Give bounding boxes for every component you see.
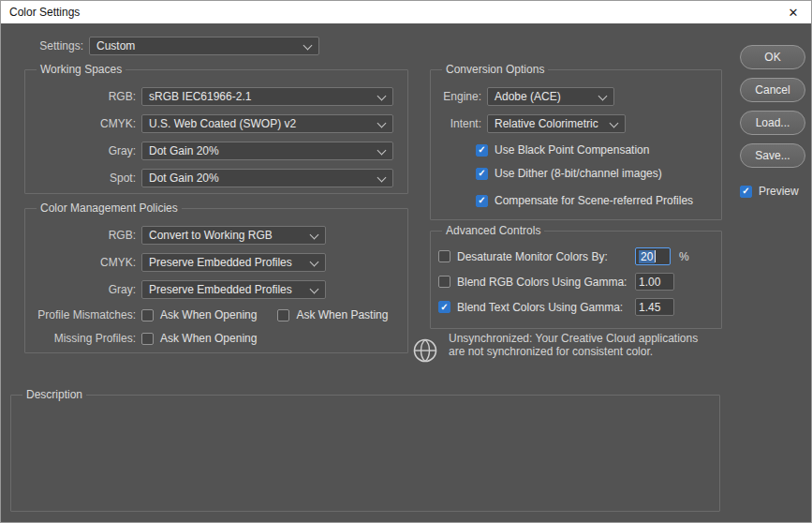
blend-rgb-input[interactable]: 1.00 [635, 273, 674, 291]
conversion-options-group: Conversion Options Engine: Adobe (ACE) I… [430, 63, 722, 220]
intent-label: Intent: [438, 117, 481, 130]
blend-rgb-checkbox[interactable] [438, 276, 450, 288]
desaturate-row: Desaturate Monitor Colors By: 20 % [438, 247, 712, 265]
preview-checkbox[interactable]: ✓ [740, 186, 752, 198]
ws-gray-label: Gray: [33, 144, 136, 157]
cm-rgb-label: RGB: [33, 229, 136, 242]
chevron-down-icon [310, 285, 319, 294]
color-management-title: Color Management Policies [37, 202, 182, 215]
chevron-down-icon [610, 119, 619, 128]
engine-label: Engine: [438, 90, 481, 103]
rgb-policy-select[interactable]: Convert to Working RGB [141, 226, 326, 245]
cmyk-policy-select[interactable]: Preserve Embedded Profiles [141, 253, 326, 272]
sync-note-line1: Unsynchronized: Your Creative Cloud appl… [449, 332, 698, 345]
sync-note: Unsynchronized: Your Creative Cloud appl… [449, 332, 698, 358]
cm-gray-row: Gray: Preserve Embedded Profiles [33, 280, 398, 299]
advanced-controls-title: Advanced Controls [442, 224, 544, 237]
description-panel: Description [10, 388, 720, 512]
dialog-body: Settings: Custom Working Spaces RGB: sRG… [1, 23, 811, 522]
blend-text-input[interactable]: 1.45 [635, 298, 674, 316]
ask-when-pasting-checkbox[interactable] [277, 309, 289, 321]
close-icon[interactable]: ✕ [775, 1, 811, 23]
black-point-label: Use Black Point Compensation [495, 143, 649, 157]
ask-when-opening-label: Ask When Opening [160, 308, 257, 321]
blend-text-checkbox[interactable]: ✓ [438, 301, 450, 313]
cm-rgb-row: RGB: Convert to Working RGB [33, 226, 398, 245]
text-caret [655, 250, 656, 262]
cm-gray-label: Gray: [33, 283, 136, 296]
check-icon: ✓ [478, 196, 485, 205]
rgb-working-space-select[interactable]: sRGB IEC61966-2.1 [141, 87, 393, 106]
select-value: Relative Colorimetric [495, 117, 598, 130]
color-management-group: Color Management Policies RGB: Convert t… [24, 202, 408, 353]
gray-working-space-select[interactable]: Dot Gain 20% [141, 142, 393, 160]
select-value: Preserve Embedded Profiles [149, 256, 292, 269]
blend-text-row: ✓ Blend Text Colors Using Gamma: 1.45 [438, 298, 712, 316]
sync-note-line2: are not synchronized for consistent colo… [449, 345, 698, 358]
blend-rgb-label: Blend RGB Colors Using Gamma: [457, 276, 635, 289]
check-icon: ✓ [478, 145, 485, 155]
ws-spot-row: Spot: Dot Gain 20% [33, 169, 398, 187]
save-button[interactable]: Save... [740, 143, 805, 168]
ws-rgb-label: RGB: [33, 90, 136, 103]
engine-row: Engine: Adobe (ACE) [438, 87, 712, 106]
select-value: sRGB IEC61966-2.1 [149, 90, 251, 103]
load-button[interactable]: Load... [740, 111, 805, 135]
chevron-down-icon [377, 146, 387, 156]
select-value: Dot Gain 20% [149, 144, 219, 157]
sync-icon [411, 336, 439, 365]
color-settings-dialog: Color Settings ✕ Settings: Custom Workin… [0, 0, 812, 523]
cm-cmyk-label: CMYK: [33, 256, 136, 269]
blend-rgb-row: Blend RGB Colors Using Gamma: 1.00 [438, 273, 712, 291]
select-value: Adobe (ACE) [495, 90, 561, 103]
engine-select[interactable]: Adobe (ACE) [487, 87, 614, 106]
desaturate-input[interactable]: 20 [635, 247, 671, 265]
chevron-down-icon [377, 119, 387, 128]
check-icon: ✓ [440, 303, 448, 312]
preview-label: Preview [759, 185, 799, 198]
profile-mismatches-label: Profile Mismatches: [33, 308, 136, 321]
select-value: Convert to Working RGB [149, 229, 273, 242]
ws-gray-row: Gray: Dot Gain 20% [33, 142, 398, 160]
dither-checkbox[interactable]: ✓ [476, 168, 488, 180]
gray-policy-select[interactable]: Preserve Embedded Profiles [141, 280, 326, 299]
scene-referred-checkbox[interactable]: ✓ [476, 195, 488, 207]
desaturate-checkbox[interactable] [438, 250, 450, 262]
scene-referred-label: Compensate for Scene-referred Profiles [495, 194, 693, 207]
black-point-row: ✓ Use Black Point Compensation [476, 142, 712, 157]
missing-ask-when-opening-checkbox[interactable] [141, 333, 154, 345]
select-value: Dot Gain 20% [149, 172, 219, 185]
description-title: Description [22, 388, 86, 401]
working-spaces-title: Working Spaces [37, 63, 125, 76]
ask-when-opening-checkbox[interactable] [141, 309, 154, 321]
settings-select[interactable]: Custom [89, 37, 319, 55]
chevron-down-icon [310, 258, 319, 267]
selected-text: 20 [639, 250, 655, 263]
scene-referred-row: ✓ Compensate for Scene-referred Profiles [476, 193, 712, 208]
working-spaces-group: Working Spaces RGB: sRGB IEC61966-2.1 CM… [24, 63, 408, 194]
ws-cmyk-row: CMYK: U.S. Web Coated (SWOP) v2 [33, 114, 398, 133]
desaturate-label: Desaturate Monitor Colors By: [457, 250, 635, 263]
cancel-button[interactable]: Cancel [740, 78, 805, 102]
ws-cmyk-label: CMYK: [33, 117, 136, 130]
ask-when-pasting-label: Ask When Pasting [296, 308, 388, 321]
settings-select-value: Custom [96, 39, 135, 52]
black-point-checkbox[interactable]: ✓ [476, 144, 488, 157]
chevron-down-icon [303, 41, 313, 51]
intent-select[interactable]: Relative Colorimetric [487, 114, 626, 133]
check-icon: ✓ [478, 169, 485, 178]
settings-row: Settings: Custom [1, 37, 319, 55]
ok-button[interactable]: OK [740, 45, 805, 69]
missing-ask-when-opening-label: Ask When Opening [160, 332, 257, 345]
dither-row: ✓ Use Dither (8-bit/channel images) [476, 166, 712, 181]
window-title: Color Settings [9, 6, 80, 19]
spot-working-space-select[interactable]: Dot Gain 20% [141, 169, 393, 187]
chevron-down-icon [377, 173, 387, 183]
advanced-controls-group: Advanced Controls Desaturate Monitor Col… [430, 224, 722, 329]
profile-mismatches-row: Profile Mismatches: Ask When Opening Ask… [33, 307, 398, 322]
titlebar[interactable]: Color Settings ✕ [1, 1, 811, 23]
chevron-down-icon [377, 92, 387, 101]
input-value: 1.00 [639, 276, 660, 289]
cmyk-working-space-select[interactable]: U.S. Web Coated (SWOP) v2 [141, 114, 393, 133]
ws-rgb-row: RGB: sRGB IEC61966-2.1 [33, 87, 398, 106]
